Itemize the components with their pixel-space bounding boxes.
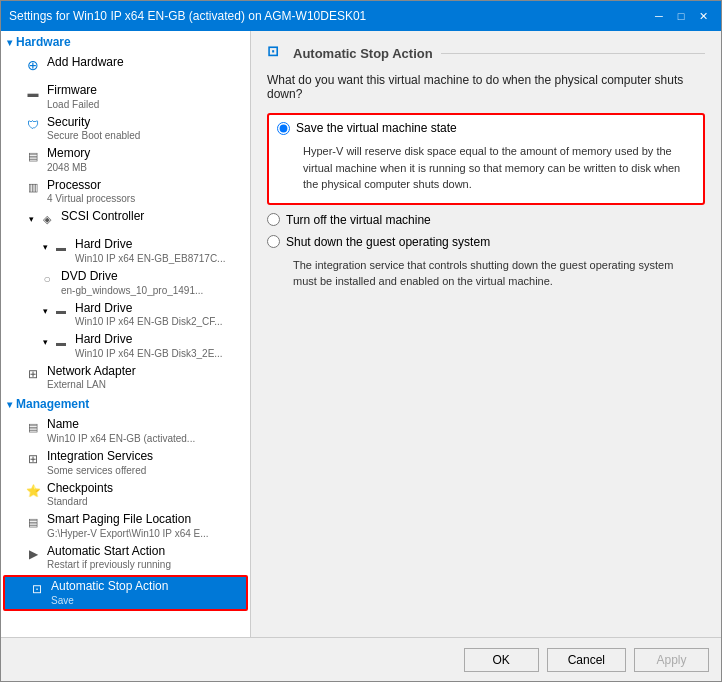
network-label: Network Adapter [47,364,136,380]
sidebar-item-processor[interactable]: ▥ Processor 4 Virtual processors [1,176,250,208]
option-save: Save the virtual machine state Hyper-V w… [267,113,705,205]
hdd1-expand-icon[interactable]: ▾ [39,241,51,253]
section-title: ⊡ Automatic Stop Action [267,43,705,63]
hdd3-label: Hard Drive [75,332,223,348]
integration-sub: Some services offered [47,465,153,477]
dvd-icon: ○ [39,271,55,287]
smartpaging-icon: ▤ [25,514,41,530]
sidebar-item-autostop[interactable]: ⊡ Automatic Stop Action Save [5,577,246,609]
add-hardware-label: Add Hardware [47,55,124,71]
minimize-button[interactable]: ─ [649,7,669,25]
sidebar-item-security[interactable]: 🛡 Security Secure Boot enabled [1,113,250,145]
sidebar-item-hdd2[interactable]: ▾ ▬ Hard Drive Win10 IP x64 EN-GB Disk2_… [1,299,250,331]
ok-button[interactable]: OK [464,648,539,672]
shutdown-radio-input[interactable] [267,235,280,248]
sidebar-item-name[interactable]: ▤ Name Win10 IP x64 EN-GB (activated... [1,415,250,447]
processor-icon: ▥ [25,180,41,196]
sidebar-item-scsi[interactable]: ▾ ◈ SCSI Controller [1,207,250,235]
name-label: Name [47,417,195,433]
hdd2-label: Hard Drive [75,301,223,317]
shutdown-radio-label[interactable]: Shut down the guest operating system [267,235,705,249]
autostop-red-annotation: ⊡ Automatic Stop Action Save [3,575,248,611]
firmware-label: Firmware [47,83,99,99]
section-title-icon: ⊡ [267,43,287,63]
save-option-box: Save the virtual machine state Hyper-V w… [267,113,705,205]
scsi-label: SCSI Controller [61,209,144,225]
scsi-icon: ◈ [39,211,55,227]
option-shutdown: Shut down the guest operating system The… [267,235,705,294]
hdd1-icon: ▬ [53,239,69,255]
close-button[interactable]: ✕ [693,7,713,25]
sidebar-item-network-adapter[interactable]: ⊞ Network Adapter External LAN [1,362,250,394]
question-text: What do you want this virtual machine to… [267,73,705,101]
autostop-icon: ⊡ [29,581,45,597]
checkpoints-sub: Standard [47,496,113,508]
security-sub: Secure Boot enabled [47,130,140,142]
hardware-section-label: Hardware [16,35,71,49]
sidebar-item-hdd3[interactable]: ▾ ▬ Hard Drive Win10 IP x64 EN-GB Disk3_… [1,330,250,362]
window-controls: ─ □ ✕ [649,7,713,25]
add-hardware-icon: ⊕ [25,57,41,73]
content-area: ▾ Hardware ⊕ Add Hardware ▬ Firmware Loa… [1,31,721,637]
sidebar-item-integration[interactable]: ⊞ Integration Services Some services off… [1,447,250,479]
integration-icon: ⊞ [25,451,41,467]
save-radio-label[interactable]: Save the virtual machine state [277,121,695,135]
save-option-description: Hyper-V will reserve disk space equal to… [297,139,695,197]
maximize-button[interactable]: □ [671,7,691,25]
window-title: Settings for Win10 IP x64 EN-GB (activat… [9,9,366,23]
hdd3-expand-icon[interactable]: ▾ [39,336,51,348]
dvd-sub: en-gb_windows_10_pro_1491... [61,285,203,297]
apply-button[interactable]: Apply [634,648,709,672]
management-chevron-icon: ▾ [7,399,12,410]
hdd1-sub: Win10 IP x64 EN-GB_EB8717C... [75,253,225,265]
sidebar-item-add-hardware[interactable]: ⊕ Add Hardware [1,53,250,81]
memory-sub: 2048 MB [47,162,90,174]
sidebar-item-smartpaging[interactable]: ▤ Smart Paging File Location G:\Hyper-V … [1,510,250,542]
smartpaging-label: Smart Paging File Location [47,512,209,528]
main-panel: ⊡ Automatic Stop Action What do you want… [251,31,721,637]
firmware-sub: Load Failed [47,99,99,111]
sidebar-item-firmware[interactable]: ▬ Firmware Load Failed [1,81,250,113]
cancel-button[interactable]: Cancel [547,648,626,672]
autostart-label: Automatic Start Action [47,544,171,560]
memory-icon: ▤ [25,148,41,164]
name-icon: ▤ [25,419,41,435]
hdd1-label: Hard Drive [75,237,225,253]
network-icon: ⊞ [25,366,41,382]
hardware-chevron-icon: ▾ [7,37,12,48]
dvd-label: DVD Drive [61,269,203,285]
shutdown-option-description: The integration service that controls sh… [287,253,705,294]
hdd2-sub: Win10 IP x64 EN-GB Disk2_CF... [75,316,223,328]
turnoff-option-label: Turn off the virtual machine [286,213,431,227]
turnoff-radio-label[interactable]: Turn off the virtual machine [267,213,705,227]
hdd2-expand-icon[interactable]: ▾ [39,305,51,317]
security-icon: 🛡 [25,117,41,133]
autostop-sub: Save [51,595,168,607]
title-bar: Settings for Win10 IP x64 EN-GB (activat… [1,1,721,31]
shutdown-option-label: Shut down the guest operating system [286,235,490,249]
hdd3-icon: ▬ [53,334,69,350]
security-label: Security [47,115,140,131]
sidebar-item-dvd[interactable]: ○ DVD Drive en-gb_windows_10_pro_1491... [1,267,250,299]
sidebar-item-checkpoints[interactable]: ⭐ Checkpoints Standard [1,479,250,511]
turnoff-radio-input[interactable] [267,213,280,226]
network-sub: External LAN [47,379,136,391]
checkpoints-icon: ⭐ [25,483,41,499]
option-turnoff: Turn off the virtual machine [267,213,705,227]
sidebar-item-hdd1[interactable]: ▾ ▬ Hard Drive Win10 IP x64 EN-GB_EB8717… [1,235,250,267]
autostart-sub: Restart if previously running [47,559,171,571]
save-option-label: Save the virtual machine state [296,121,457,135]
autostop-label: Automatic Stop Action [51,579,168,595]
sidebar-item-autostart[interactable]: ▶ Automatic Start Action Restart if prev… [1,542,250,574]
scsi-expand-icon[interactable]: ▾ [25,213,37,225]
autostart-icon: ▶ [25,546,41,562]
hardware-section-header[interactable]: ▾ Hardware [1,31,250,53]
smartpaging-sub: G:\Hyper-V Export\Win10 IP x64 E... [47,528,209,540]
management-section-header[interactable]: ▾ Management [1,393,250,415]
save-radio-input[interactable] [277,122,290,135]
name-sub: Win10 IP x64 EN-GB (activated... [47,433,195,445]
sidebar-item-memory[interactable]: ▤ Memory 2048 MB [1,144,250,176]
management-section-label: Management [16,397,89,411]
sidebar: ▾ Hardware ⊕ Add Hardware ▬ Firmware Loa… [1,31,251,637]
firmware-icon: ▬ [25,85,41,101]
